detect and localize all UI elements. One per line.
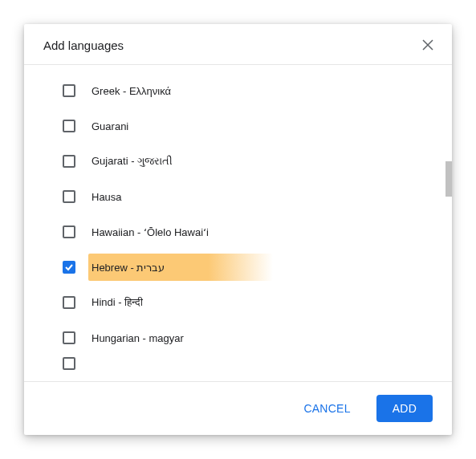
dialog-footer: CANCEL ADD (24, 381, 452, 435)
language-item-hawaiian[interactable]: Hawaiian - ʻŌlelo Hawaiʻi (24, 214, 452, 250)
language-label: Greek - Ελληνικά (92, 85, 171, 97)
checkbox-hausa[interactable] (63, 190, 75, 203)
language-label: Gujarati - ગુજરાતી (92, 155, 173, 168)
language-item-hindi[interactable]: Hindi - हिन्दी (24, 285, 452, 320)
language-item-guarani[interactable]: Guarani (24, 108, 452, 144)
dialog-body: Greek - ΕλληνικάGuaraniGujarati - ગુજરાત… (24, 65, 452, 381)
cancel-button[interactable]: CANCEL (287, 395, 366, 422)
checkbox-hawaiian[interactable] (63, 225, 75, 238)
dialog-title: Add languages (43, 39, 124, 52)
scrollbar[interactable] (445, 65, 452, 381)
dialog-header: Add languages (24, 24, 452, 65)
checkbox-hungarian[interactable] (63, 331, 75, 344)
language-label: Hausa (92, 191, 122, 203)
close-icon (422, 39, 433, 51)
add-languages-dialog: Add languages Greek - ΕλληνικάGuaraniGuj… (24, 24, 452, 435)
language-label: Guarani (92, 120, 128, 132)
language-item-hungarian[interactable]: Hungarian - magyar (24, 320, 452, 355)
checkbox-guarani[interactable] (63, 120, 75, 132)
language-label: Hungarian - magyar (92, 332, 184, 344)
language-item-hebrew[interactable]: Hebrew - עברית (24, 250, 452, 285)
language-item-greek[interactable]: Greek - Ελληνικά (24, 73, 452, 108)
language-item-partial[interactable] (24, 355, 452, 372)
language-item-gujarati[interactable]: Gujarati - ગુજરાતી (24, 144, 452, 179)
checkbox-hindi[interactable] (63, 296, 75, 309)
scroll-thumb[interactable] (445, 161, 452, 197)
checkbox-partial[interactable] (63, 357, 75, 370)
language-label: Hawaiian - ʻŌlelo Hawaiʻi (92, 226, 209, 238)
checkbox-hebrew[interactable] (63, 261, 75, 274)
checkbox-greek[interactable] (63, 84, 75, 97)
language-label: Hindi - हिन्दी (92, 296, 143, 309)
close-button[interactable] (420, 37, 436, 53)
language-item-hausa[interactable]: Hausa (24, 179, 452, 214)
languages-list[interactable]: Greek - ΕλληνικάGuaraniGujarati - ગુજરાત… (24, 65, 452, 381)
checkbox-gujarati[interactable] (63, 155, 75, 168)
language-label: Hebrew - עברית (92, 262, 165, 274)
add-button[interactable]: ADD (376, 395, 433, 422)
